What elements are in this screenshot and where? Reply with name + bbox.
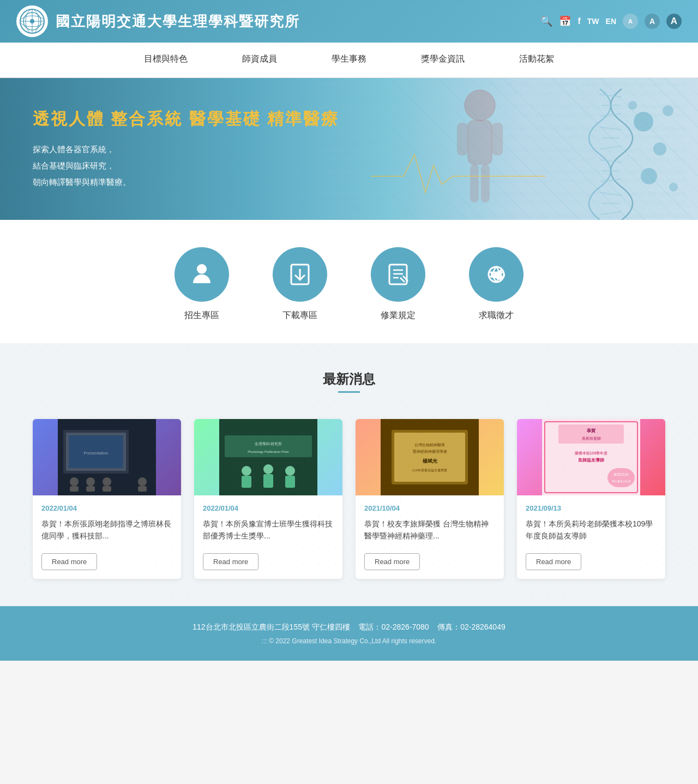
svg-text:暨神經精神藥理學會: 暨神經精神藥理學會 <box>413 450 447 454</box>
news-card-1-excerpt: 恭賀！本所張原翊老師指導之博班林長億同學，獲科技部... <box>41 518 172 542</box>
font-size-small-button[interactable]: A <box>623 14 638 29</box>
svg-point-51 <box>70 477 79 486</box>
facebook-icon[interactable]: f <box>577 16 580 26</box>
svg-rect-73 <box>394 433 465 482</box>
news-card-3-read-more[interactable]: Read more <box>364 553 420 570</box>
hero-line-3: 朝向轉譯醫學與精準醫療。 <box>33 174 339 190</box>
svg-text:吳莉玲老師: 吳莉玲老師 <box>582 436 601 441</box>
news-card-4-excerpt: 恭賀！本所吳莉玲老師榮獲本校109學年度良師益友導師 <box>526 518 657 542</box>
lang-tw-button[interactable]: TW <box>587 17 599 26</box>
quick-access-jobs[interactable]: 求職徵才 <box>469 247 524 321</box>
svg-rect-86 <box>607 468 635 487</box>
news-card-4-read-more[interactable]: Read more <box>526 553 581 570</box>
svg-point-64 <box>242 466 251 476</box>
news-card-3: 台灣生物精神醫學 暨神經精神藥理學會 楊斌光 110年度最佳論文優秀獎 2021… <box>356 419 504 579</box>
svg-rect-11 <box>468 121 492 164</box>
svg-rect-14 <box>470 164 479 202</box>
nav-item-scholarship[interactable]: 獎學金資訊 <box>394 43 492 77</box>
main-nav: 目標與特色 師資成員 學生事務 獎學金資訊 活動花絮 <box>0 43 698 78</box>
nav-item-activities[interactable]: 活動花絮 <box>492 43 581 77</box>
jobs-icon <box>469 247 524 302</box>
font-size-medium-button[interactable]: A <box>645 14 660 29</box>
news-card-2-body: 2022/01/04 恭賀！本所吳豫宣博士班學生獲得科技部優秀博士生獎學... … <box>194 495 342 579</box>
news-card-2-read-more[interactable]: Read more <box>203 553 258 570</box>
search-icon[interactable]: 🔍 <box>540 15 552 27</box>
svg-text:Presentation: Presentation <box>84 451 109 456</box>
footer-phone: 電話：02-2826-7080 <box>358 623 429 631</box>
hero-line-1: 探索人體各器官系統， <box>33 141 339 158</box>
svg-point-10 <box>465 90 495 121</box>
nav-item-student[interactable]: 學生事務 <box>304 43 394 77</box>
svg-rect-69 <box>285 476 295 488</box>
svg-text:8/20/110: 8/20/110 <box>613 472 628 476</box>
news-card-1-body: 2022/01/04 恭賀！本所張原翊老師指導之博班林長億同學，獲科技部... … <box>33 495 181 579</box>
hero-subtitle: 探索人體各器官系統， 結合基礎與臨床研究， 朝向轉譯醫學與精準醫療。 <box>33 141 339 190</box>
svg-rect-54 <box>86 486 95 492</box>
hero-title: 透視人體 整合系統 醫學基礎 精準醫療 <box>33 108 339 130</box>
quick-access-download[interactable]: 下載專區 <box>273 247 327 321</box>
news-card-2-date: 2022/01/04 <box>203 504 334 512</box>
news-card-4: 恭賀 吳莉玲老師 榮獲本校109學年度 良師益友導師 8/20/110 學仁書友… <box>517 419 665 579</box>
font-size-large-button[interactable]: A <box>666 14 682 29</box>
footer-address-text: 112台北市北投區立農街二段155號 守仁樓四樓 <box>192 623 350 631</box>
svg-point-68 <box>285 466 295 476</box>
logo <box>16 5 48 37</box>
svg-text:Physiology Publication Prize: Physiology Publication Prize <box>248 450 289 453</box>
footer: 112台北市北投區立農街二段155號 守仁樓四樓 電話：02-2826-7080… <box>0 606 698 661</box>
news-grid: Presentation 2022/01/04 恭賀！本所張原翊老師指導之博班林… <box>33 419 665 579</box>
svg-rect-12 <box>457 123 468 155</box>
news-card-3-image: 台灣生物精神醫學 暨神經精神藥理學會 楊斌光 110年度最佳論文優秀獎 <box>356 419 504 495</box>
calendar-icon[interactable]: 📅 <box>559 15 571 27</box>
svg-text:台灣生物精神醫學: 台灣生物精神醫學 <box>414 443 445 447</box>
svg-text:恭賀: 恭賀 <box>587 428 595 433</box>
news-card-3-date: 2021/10/04 <box>364 504 495 512</box>
quick-access-section: 招生專區 下載專區 修業規定 <box>0 220 698 343</box>
news-section: 最新消息 Presentation <box>0 343 698 606</box>
svg-point-57 <box>138 477 147 486</box>
quick-access-rules[interactable]: 修業規定 <box>371 247 425 321</box>
news-card-4-image: 恭賀 吳莉玲老師 榮獲本校109學年度 良師益友導師 8/20/110 學仁書友… <box>517 419 665 495</box>
news-card-3-excerpt: 恭賀！校友李旅輝榮獲 台灣生物精神醫學暨神經精神藥理... <box>364 518 495 542</box>
news-section-title-wrap: 最新消息 <box>33 370 665 397</box>
svg-rect-52 <box>70 486 79 492</box>
jobs-label: 求職徵才 <box>479 310 514 321</box>
svg-text:學仁書友力方進: 學仁書友力方進 <box>612 480 631 483</box>
footer-copyright: ::: © 2022 Greatest Idea Strategy Co.,Lt… <box>11 635 687 648</box>
svg-point-30 <box>641 168 657 184</box>
news-card-1-read-more[interactable]: Read more <box>41 553 97 570</box>
news-card-2: 生理學科 研究所 Physiology Publication Prize 20… <box>194 419 342 579</box>
svg-point-29 <box>653 142 666 155</box>
quick-access-admission[interactable]: 招生專區 <box>174 247 229 321</box>
hero-text: 透視人體 整合系統 醫學基礎 精準醫療 探索人體各器官系統， 結合基礎與臨床研究… <box>0 86 372 212</box>
svg-rect-13 <box>492 123 503 155</box>
svg-text:生理學科 研究所: 生理學科 研究所 <box>255 442 282 446</box>
admission-icon <box>174 247 229 302</box>
svg-rect-81 <box>558 424 624 444</box>
svg-text:榮獲本校109學年度: 榮獲本校109學年度 <box>575 451 608 455</box>
hero-line-2: 結合基礎與臨床研究， <box>33 158 339 174</box>
download-label: 下載專區 <box>282 310 317 321</box>
footer-contact: 112台北市北投區立農街二段155號 守仁樓四樓 電話：02-2826-7080… <box>11 619 687 635</box>
news-card-2-image: 生理學科 研究所 Physiology Publication Prize <box>194 419 342 495</box>
svg-text:良師益友導師: 良師益友導師 <box>578 457 604 463</box>
header: 國立陽明交通大學生理學科暨研究所 🔍 📅 f TW EN A A A <box>0 0 698 43</box>
news-card-4-body: 2021/09/13 恭賀！本所吳莉玲老師榮獲本校109學年度良師益友導師 Re… <box>517 495 665 579</box>
svg-text:110年度最佳論文優秀獎: 110年度最佳論文優秀獎 <box>412 468 447 472</box>
news-card-1: Presentation 2022/01/04 恭賀！本所張原翊老師指導之博班林… <box>33 419 181 579</box>
rules-icon <box>371 247 425 302</box>
rules-label: 修業規定 <box>381 310 416 321</box>
hero-banner: TCGATCG ATCGATC <box>0 78 698 220</box>
news-card-3-body: 2021/10/04 恭賀！校友李旅輝榮獲 台灣生物精神醫學暨神經精神藥理...… <box>356 495 504 579</box>
svg-rect-61 <box>225 435 312 457</box>
news-card-2-excerpt: 恭賀！本所吳豫宣博士班學生獲得科技部優秀博士生獎學... <box>203 518 334 542</box>
download-icon <box>273 247 327 302</box>
svg-point-31 <box>663 105 673 116</box>
admission-label: 招生專區 <box>184 310 219 321</box>
nav-item-goals[interactable]: 目標與特色 <box>117 43 215 77</box>
lang-en-button[interactable]: EN <box>606 17 616 26</box>
svg-rect-56 <box>103 486 111 492</box>
nav-item-faculty[interactable]: 師資成員 <box>215 43 304 77</box>
svg-text:楊斌光: 楊斌光 <box>422 458 438 464</box>
header-title: 國立陽明交通大學生理學科暨研究所 <box>56 12 300 31</box>
news-section-title: 最新消息 <box>323 370 375 397</box>
